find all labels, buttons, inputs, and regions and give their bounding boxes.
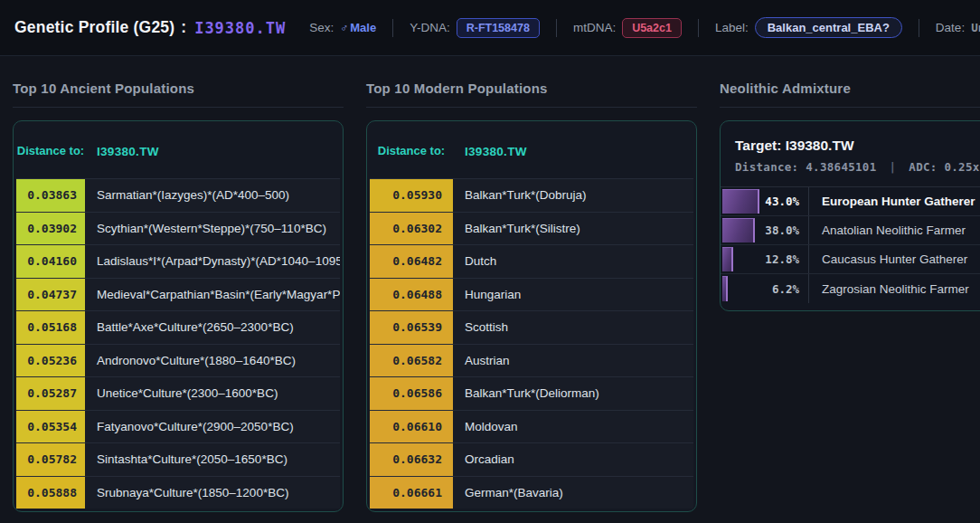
population-cell: German*(Bavaria) [453,477,693,509]
table-row: 0.04737Medieval*Carpathian*Basin*(Early*… [16,278,340,311]
distance-cell: 0.05236 [16,345,85,377]
modern-populations-table: Distance to: I39380.TW 0.05930Balkan*Tur… [366,120,697,512]
table-row: 0.03863Sarmatian*(Iazyges)*(AD*400–500) [16,178,340,212]
admixture-percent: 6.2% [772,282,799,296]
admixture-label: Anatolian Neolithic Farmer [808,216,980,244]
distance-cell: 0.05287 [16,377,85,410]
ancient-section-title: Top 10 Ancient Populations [13,56,344,108]
mtdna-label: mtDNA: [573,21,616,34]
admixture-distance: Distance: 4.38645101 [735,160,877,174]
population-cell: Balkan*Turk*(Silistre) [453,213,693,245]
table-row: 0.05287Unetice*Culture*(2300–1600*BC) [16,376,340,410]
target-label: Target: [735,138,781,153]
bar-zone: 38.0% [721,216,808,244]
population-cell: Balkan*Turk*(Dobruja) [453,179,693,212]
distance-cell: 0.05930 [370,179,453,212]
admixture-bar [722,189,759,214]
admixture-panel: Target: I39380.TW Distance: 4.38645101|A… [720,120,980,311]
modern-populations-section: Top 10 Modern Populations Distance to: I… [366,56,697,512]
distance-column-header: Distance to: [370,143,453,160]
admixture-label: Caucasus Hunter Gatherer [808,245,980,273]
admixture-percent: 38.0% [765,223,799,237]
sample-id[interactable]: I39380.TW [194,19,286,37]
population-cell: Ladislaus*I*(Arpad*Dynasty)*(AD*1040–109… [85,245,340,278]
admixture-stats: Distance: 4.38645101|ADC: 0.25x [721,154,980,186]
distance-cell: 0.06539 [370,311,453,344]
label-label: Label: [715,21,749,34]
target-value: I39380.TW [786,138,854,153]
admixture-percent: 43.0% [765,195,799,208]
distance-cell: 0.06586 [370,377,453,410]
population-cell: Battle*Axe*Culture*(2650–2300*BC) [85,311,340,344]
population-cell: Scythian*(Western*Steppe)*(750–110*BC) [85,213,340,245]
ydna-badge[interactable]: R-FT158478 [457,18,540,38]
admixture-row: 38.0% Anatolian Neolithic Farmer [721,216,980,245]
meta-divider [556,19,557,37]
table-row: 0.06632Orcadian [370,442,693,476]
population-cell: Medieval*Carpathian*Basin*(Early*Magyar*… [85,279,340,311]
table-header: Distance to: I39380.TW [370,124,693,178]
population-cell: Hungarian [453,279,693,311]
table-row: 0.06482Dutch [370,244,693,278]
population-cell: Scottish [453,311,693,344]
distance-cell: 0.04737 [16,279,85,311]
table-row: 0.05782Sintashta*Culture*(2050–1650*BC) [16,442,340,476]
table-header: Distance to: I39380.TW [16,124,340,178]
profile-header: Genetic Profile (G25) : I39380.TW Sex: ♂… [0,0,980,56]
sex-value: ♂Male [340,21,376,34]
population-cell: Moldovan [453,411,693,443]
sex-label: Sex: [309,21,334,34]
admixture-bar [722,247,733,271]
distance-cell: 0.05888 [16,477,85,509]
admixture-bar [722,218,755,242]
distance-cell: 0.06661 [370,477,453,509]
date-value: Unknown [971,21,980,34]
neolithic-admixture-section: Neolithic Admixture Target: I39380.TW Di… [720,56,980,311]
population-cell: Dutch [453,245,693,278]
distance-cell: 0.05168 [16,311,85,344]
admixture-target: Target: I39380.TW [721,136,980,154]
table-row: 0.05888Srubnaya*Culture*(1850–1200*BC) [16,476,340,509]
distance-cell: 0.06582 [370,345,453,377]
mtdna-badge[interactable]: U5a2c1 [622,18,682,38]
label-badge[interactable]: Balkan_central_EBA? [755,17,902,38]
admixture-adc: ADC: 0.25x [909,160,979,174]
sample-column-header: I39380.TW [85,145,159,158]
table-row: 0.06661German*(Bavaria) [370,476,693,509]
sex-value-text: Male [350,21,376,34]
admixture-label: European Hunter Gatherer [808,187,980,215]
date-label: Date: [936,21,965,34]
distance-cell: 0.06488 [370,279,453,311]
population-cell: Fatyanovo*Culture*(2900–2050*BC) [85,411,340,443]
ydna-label: Y-DNA: [410,21,450,34]
population-cell: Balkan*Turk*(Deliorman) [453,377,693,410]
ancient-populations-section: Top 10 Ancient Populations Distance to: … [13,56,344,512]
admixture-bar [722,276,728,301]
distance-cell: 0.03863 [16,179,85,212]
table-row: 0.05168Battle*Axe*Culture*(2650–2300*BC) [16,310,340,344]
modern-section-title: Top 10 Modern Populations [366,56,697,108]
table-row: 0.06582Austrian [370,344,693,377]
table-row: 0.06610Moldovan [370,410,693,443]
population-cell: Sarmatian*(Iazyges)*(AD*400–500) [85,179,340,212]
sample-column-header: I39380.TW [453,145,527,158]
ancient-populations-table: Distance to: I39380.TW 0.03863Sarmatian*… [13,120,344,512]
table-row: 0.06539Scottish [370,310,693,344]
population-cell: Sintashta*Culture*(2050–1650*BC) [85,443,340,476]
table-row: 0.06488Hungarian [370,278,693,311]
population-cell: Austrian [453,345,693,377]
admixture-section-title: Neolithic Admixture [720,56,980,108]
distance-cell: 0.05782 [16,443,85,476]
distance-cell: 0.06302 [370,213,453,245]
admixture-row: 43.0% European Hunter Gatherer [721,187,980,216]
table-row: 0.05236Andronovo*Culture*(1880–1640*BC) [16,344,340,377]
distance-column-header: Distance to: [16,143,85,160]
table-row: 0.06586Balkan*Turk*(Deliorman) [370,376,693,410]
admixture-percent: 12.8% [765,252,799,266]
bar-zone: 12.8% [721,245,808,273]
admixture-row: 6.2% Zagrosian Neolithic Farmer [721,274,980,303]
population-cell: Andronovo*Culture*(1880–1640*BC) [85,345,340,377]
distance-cell: 0.04160 [16,245,85,278]
page-title: Genetic Profile (G25) [14,18,174,37]
table-row: 0.03902Scythian*(Western*Steppe)*(750–11… [16,212,340,245]
